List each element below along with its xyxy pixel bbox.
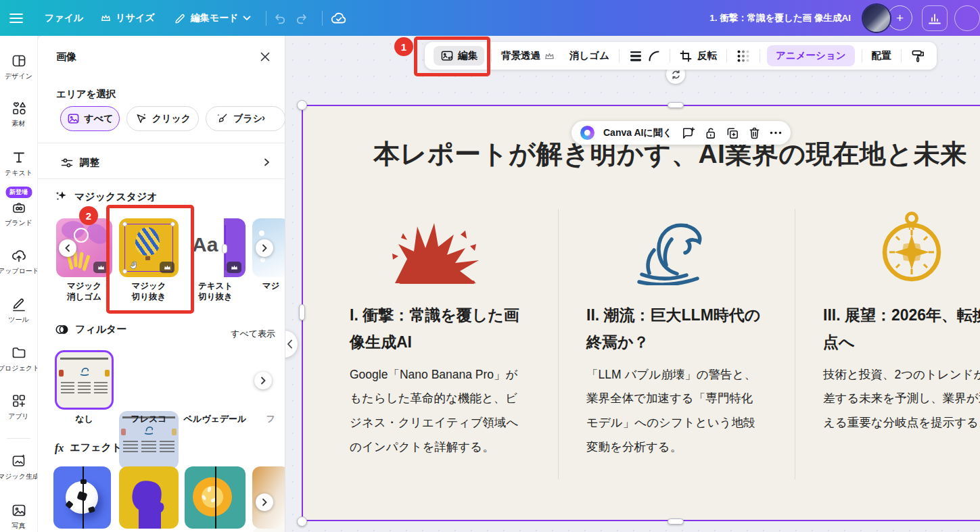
resize-handle-top[interactable] [668,102,684,108]
stroke-weight-button[interactable] [626,50,645,62]
magic-studio-scroll-right-button[interactable] [256,239,273,257]
add-member-button[interactable]: + [887,5,912,30]
duplicate-button[interactable] [726,126,739,140]
partial-toolbar-button[interactable] [954,5,980,31]
filter-label: フ [252,414,285,425]
add-comment-button[interactable] [681,126,695,140]
sidebar-item-projects[interactable]: プロジェクト [0,345,37,373]
column-body[interactable]: 「LLM バブル崩壊」の警告と、業界全体で加速する「専門特化モデル」へのシフトと… [586,363,761,460]
panel-divider [38,143,285,143]
bg-remove-label: 背景透過 [501,49,540,62]
ask-canva-ai-label[interactable]: Canva AIに聞く [603,127,672,139]
effects-scroll-right-button[interactable] [256,493,273,511]
effect-thumbnail-soccer[interactable] [53,466,111,529]
effect-thumbnail-duotone[interactable] [119,466,179,529]
copy-style-button[interactable] [908,49,928,63]
pencil-icon [174,12,186,24]
fx-icon: fx [55,442,64,454]
magic-studio-scroll-left-button[interactable] [59,239,76,257]
text-icon [11,149,27,166]
more-options-button[interactable] [770,131,782,135]
cloud-save-status-button[interactable] [331,11,347,26]
lock-button[interactable] [704,126,717,140]
eraser-button[interactable]: 消しゴム [567,49,612,62]
flip-button[interactable]: 反転 [695,49,720,62]
transparency-button[interactable] [734,49,753,63]
panel-divider [38,178,285,179]
canvas-column-3[interactable]: N III. 展望：2026年、転換点へ 技術と投資、2つのトレンドが交差する未… [823,214,980,435]
resize-handle-left[interactable] [299,304,305,320]
undo-button[interactable] [273,11,287,25]
canva-ai-button[interactable] [580,126,594,140]
sidebar-item-photos[interactable]: 写真 [0,502,37,531]
pen-tool-icon [11,296,27,312]
canvas-page[interactable]: 本レポートが解き明かす、AI業界の現在地と未来 I. 衝撃：常識を覆した画像生成… [302,105,980,521]
column-body[interactable]: Google「Nano Banana Pro」がもたらした革命的な機能と、ビジネ… [350,363,524,460]
column-body[interactable]: 技術と投資、2つのトレンドが交差する未来を予測し、業界が迎える重要な分岐点を提示… [823,363,980,436]
filter-icon [55,322,69,337]
brush-sparkle-icon [216,112,229,125]
panel-close-button[interactable] [256,48,274,66]
thumbnail-label: マジック消しゴム [56,281,112,302]
adjust-row[interactable]: 調整 [38,147,285,178]
pills-scroll-chevron[interactable]: › [262,112,265,123]
sidebar-item-uploads[interactable]: アップロード [0,247,37,276]
resize-handle-bottom-left[interactable] [297,516,307,527]
topbar-right-group: 1. 衝撃：常識を覆した画 像生成AI + [709,5,980,32]
insights-button[interactable] [922,5,948,31]
redo-button[interactable] [295,11,308,25]
cursor-sparkle-icon [135,112,147,125]
unlock-icon [704,126,717,140]
edit-mode-button[interactable]: 編集モード [174,12,252,24]
chevron-right-icon [261,244,268,252]
position-button[interactable]: 配置 [869,49,894,62]
sidebar-item-label: デザイン [5,72,32,81]
annotation-badge-step2: 2 [79,206,98,225]
crown-icon [101,14,111,22]
sidebar-item-design[interactable]: デザイン [0,53,37,81]
sidebar-item-label: ツール [8,315,28,324]
sidebar-item-text[interactable]: テキスト [0,149,37,178]
comment-plus-icon [681,126,695,140]
column-heading[interactable]: III. 展望：2026年、転換点へ [823,301,980,356]
file-label: ファイル [45,12,83,24]
effect-thumbnail-orange[interactable] [185,466,246,529]
filter-none-thumbnail[interactable] [55,350,114,410]
area-brush-button[interactable]: ブラシ [206,106,285,131]
resize-handle-top-left[interactable] [297,100,307,110]
crop-button[interactable] [677,50,695,62]
pro-crown-badge [227,262,241,273]
column-heading[interactable]: II. 潮流：巨大LLM時代の終焉か？ [586,301,761,356]
apps-icon [11,393,27,409]
sidebar-item-tools[interactable]: ツール [0,296,37,324]
effects-heading-row: fx エフェクト [55,441,122,454]
canvas-column-2[interactable]: II. 潮流：巨大LLM時代の終焉か？ 「LLM バブル崩壊」の警告と、業界全体… [586,214,761,460]
avatar[interactable] [863,5,890,32]
chevron-left-icon [64,244,71,252]
area-click-button[interactable]: クリック [126,106,199,131]
corner-rounding-button[interactable] [645,50,663,62]
filter-scroll-right-button[interactable] [254,372,272,389]
wave-icon [586,214,761,285]
area-all-button[interactable]: すべて [60,106,120,131]
resize-handle-bottom[interactable] [668,518,684,525]
element-floating-toolbar: Canva AIに聞く [571,121,791,145]
filter-show-all-button[interactable]: すべて表示 [231,328,275,340]
svg-text:N: N [908,222,914,232]
topbar-divider [266,11,266,26]
canvas-column-1[interactable]: I. 衝撃：常識を覆した画像生成AI Google「Nano Banana Pr… [350,214,524,460]
sidebar-item-magic-generate[interactable]: マジック生成 [0,453,37,481]
sidebar-item-elements[interactable]: 素材 [0,100,37,128]
sidebar-item-apps[interactable]: アプリ [0,393,37,421]
background-remove-button[interactable]: 背景透過 [498,49,557,62]
file-menu-button[interactable]: ファイル [45,12,83,24]
column-heading[interactable]: I. 衝撃：常識を覆した画像生成AI [350,301,524,356]
text-grab-thumbnail[interactable]: Aa [185,218,246,277]
document-title[interactable]: 1. 衝撃：常識を覆した画 像生成AI [709,12,851,24]
delete-button[interactable] [748,126,761,140]
magic-studio-heading: マジックスタジオ [74,191,158,203]
animation-button[interactable]: アニメーション [767,45,855,66]
sidebar-item-brand[interactable]: 新登場 ブランド [0,199,37,228]
resize-button[interactable]: リサイズ [101,12,154,24]
main-menu-button[interactable] [9,13,23,24]
